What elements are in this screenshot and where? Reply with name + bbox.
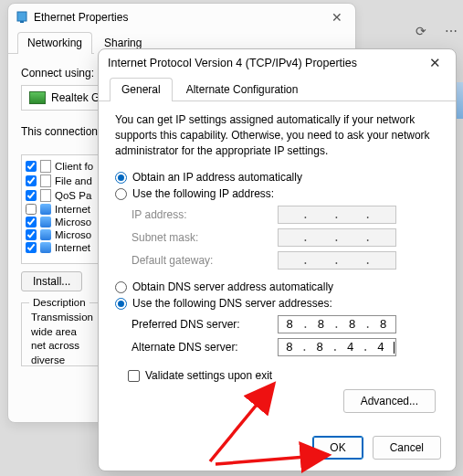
item-label: File and <box>55 175 92 186</box>
radio-obtain-ip-auto[interactable]: Obtain an IP address automatically <box>115 171 439 184</box>
radio-label: Use the following DNS server addresses: <box>132 297 332 310</box>
ip-address-field: ... <box>278 206 396 224</box>
connection-items-list[interactable]: Client foFile andQoS PaInternetMicrosoMi… <box>21 154 100 264</box>
file-icon <box>40 175 51 187</box>
list-item[interactable]: File and <box>26 174 95 188</box>
tab-networking[interactable]: Networking <box>17 32 92 54</box>
protocol-icon <box>40 204 51 215</box>
item-label: Internet <box>55 204 90 215</box>
list-item[interactable]: Microso <box>26 228 95 241</box>
radio-use-following-ip[interactable]: Use the following IP address: <box>115 187 439 200</box>
svg-rect-1 <box>20 21 24 23</box>
item-label: Internet <box>55 242 90 253</box>
subnet-mask-label: Subnet mask: <box>132 231 278 244</box>
file-icon <box>40 160 51 173</box>
radio-selected-icon <box>115 298 127 310</box>
browser-controls: ⟳ ⋯ <box>416 24 458 38</box>
protocol-icon <box>40 229 51 240</box>
checkbox-icon <box>128 370 140 382</box>
description-text: Transmission wide area net across divers… <box>31 312 93 365</box>
item-checkbox[interactable] <box>26 190 37 201</box>
ok-button[interactable]: OK <box>312 436 363 460</box>
validate-checkbox[interactable]: Validate settings upon exit <box>128 369 439 382</box>
validate-label: Validate settings upon exit <box>145 369 272 382</box>
description-legend: Description <box>29 296 89 311</box>
ethernet-title: Ethernet Properties <box>34 11 128 24</box>
ipv4-title: Internet Protocol Version 4 (TCP/IPv4) P… <box>108 57 357 69</box>
item-checkbox[interactable] <box>26 217 37 227</box>
item-checkbox[interactable] <box>26 242 37 253</box>
item-checkbox[interactable] <box>26 204 37 215</box>
item-label: Microso <box>55 229 91 240</box>
radio-icon <box>115 188 127 200</box>
alternate-dns-field[interactable]: 8. 8. 4. 4 <box>278 338 396 356</box>
radio-label: Obtain an IP address automatically <box>132 171 302 184</box>
refresh-icon[interactable]: ⟳ <box>416 24 426 38</box>
file-icon <box>40 189 51 202</box>
radio-selected-icon <box>115 172 127 184</box>
subnet-mask-field: ... <box>278 228 396 247</box>
ip-address-label: IP address: <box>132 208 278 221</box>
ipv4-tabs: General Alternate Configuration <box>99 77 456 101</box>
advanced-button[interactable]: Advanced... <box>343 389 436 413</box>
install-button[interactable]: Install... <box>21 271 82 291</box>
radio-icon <box>115 281 127 293</box>
default-gateway-label: Default gateway: <box>132 254 278 267</box>
item-label: Client fo <box>55 161 93 172</box>
list-item[interactable]: Microso <box>26 216 95 228</box>
item-label: Microso <box>55 217 91 227</box>
preferred-dns-label: Preferred DNS server: <box>132 318 278 331</box>
radio-label: Use the following IP address: <box>132 187 274 200</box>
ipv4-properties-window: Internet Protocol Version 4 (TCP/IPv4) P… <box>98 48 457 471</box>
close-icon[interactable]: ✕ <box>424 53 447 73</box>
menu-dots-icon[interactable]: ⋯ <box>445 24 458 38</box>
radio-obtain-dns-auto[interactable]: Obtain DNS server address automatically <box>115 280 439 293</box>
cancel-button[interactable]: Cancel <box>373 436 441 460</box>
tab-general[interactable]: General <box>110 78 173 101</box>
adapter-name: Realtek G <box>51 91 100 104</box>
list-item[interactable]: Client fo <box>26 159 95 174</box>
ethernet-icon <box>16 11 28 24</box>
close-icon[interactable]: ✕ <box>326 8 348 26</box>
list-item[interactable]: Internet <box>26 203 95 216</box>
item-label: QoS Pa <box>55 190 91 201</box>
item-checkbox[interactable] <box>26 229 37 240</box>
intro-text: You can get IP settings assigned automat… <box>115 112 439 158</box>
item-checkbox[interactable] <box>26 175 37 186</box>
ipv4-titlebar: Internet Protocol Version 4 (TCP/IPv4) P… <box>99 49 456 77</box>
preferred-dns-field[interactable]: 8. 8. 8. 8 <box>278 315 396 333</box>
tab-alternate-configuration[interactable]: Alternate Configuration <box>174 78 310 101</box>
radio-use-following-dns[interactable]: Use the following DNS server addresses: <box>115 297 439 310</box>
default-gateway-field: ... <box>278 251 396 270</box>
item-checkbox[interactable] <box>26 161 37 172</box>
ethernet-titlebar: Ethernet Properties ✕ <box>8 4 355 31</box>
alternate-dns-label: Alternate DNS server: <box>132 341 278 354</box>
protocol-icon <box>40 242 51 253</box>
adapter-icon <box>29 91 46 104</box>
list-item[interactable]: Internet <box>26 241 95 254</box>
svg-rect-0 <box>17 12 26 21</box>
protocol-icon <box>40 217 51 227</box>
radio-label: Obtain DNS server address automatically <box>132 280 333 293</box>
list-item[interactable]: QoS Pa <box>26 188 95 203</box>
description-group: Description Transmission wide area net a… <box>21 302 100 366</box>
